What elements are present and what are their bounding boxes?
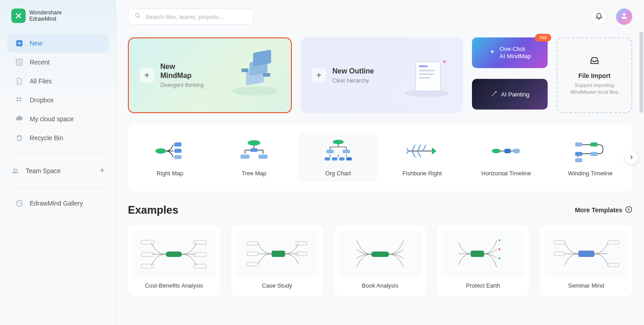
new-outline-card[interactable]: + New Outline Clear hierarchy — [301, 37, 463, 113]
svg-rect-44 — [590, 152, 598, 156]
template-label: Tree Map — [241, 170, 266, 177]
sidebar-item-label: All Files — [30, 78, 52, 85]
sidebar: Wondershare EdrawMind New Recent All Fil… — [0, 0, 116, 325]
new-mindmap-card[interactable]: + NewMindMap Divergent thinking — [128, 37, 292, 113]
svg-point-9 — [136, 14, 139, 17]
svg-point-7 — [19, 201, 20, 202]
sidebar-item-label: My cloud space — [30, 115, 73, 123]
example-book-analysis[interactable]: Book Analysis — [334, 225, 426, 296]
logo-text: Wondershare EdrawMind — [29, 9, 62, 23]
svg-rect-67 — [554, 252, 565, 256]
examples-header: Examples More Templates — [128, 204, 632, 216]
divider — [11, 154, 104, 154]
card-title: New Outline — [332, 67, 374, 76]
file-import-card[interactable]: File Import Support importing MindMaster… — [557, 37, 632, 113]
example-protect-earth[interactable]: Protect Earth — [437, 225, 529, 296]
template-tree-map[interactable]: Tree Map — [215, 133, 294, 182]
svg-rect-19 — [419, 65, 428, 67]
templates-row: Right Map Tree Map Org Chart Fishbone Ri… — [128, 124, 632, 191]
search-icon — [135, 13, 141, 21]
sidebar-item-label: Dropbox — [30, 96, 54, 104]
wand-icon — [490, 90, 498, 99]
svg-point-23 — [155, 148, 166, 154]
ai-painting-card[interactable]: AI Painting — [472, 79, 548, 110]
example-preview — [132, 230, 216, 278]
clock-icon — [15, 58, 23, 66]
card-subtitle: Divergent thinking — [160, 82, 204, 88]
sidebar-item-all-files[interactable]: All Files — [7, 72, 109, 91]
svg-point-8 — [20, 203, 21, 204]
sidebar-item-recent[interactable]: Recent — [7, 53, 109, 72]
search-box[interactable] — [128, 9, 254, 25]
example-label: Case Study — [236, 282, 319, 292]
svg-rect-56 — [247, 252, 258, 256]
template-org-chart[interactable]: Org Chart — [299, 133, 377, 182]
sidebar-item-recycle[interactable]: Recycle Bin — [7, 128, 109, 147]
template-right-map[interactable]: Right Map — [131, 133, 209, 182]
svg-rect-48 — [141, 240, 154, 244]
example-case-study[interactable]: Case Study — [231, 225, 323, 296]
svg-rect-61 — [471, 251, 484, 257]
inbox-icon — [589, 55, 600, 68]
sidebar-item-cloud[interactable]: My cloud space — [7, 110, 109, 128]
svg-rect-22 — [419, 77, 430, 78]
sidebar-item-gallery[interactable]: EdrawMind Gallery — [7, 194, 109, 213]
svg-rect-36 — [339, 157, 345, 160]
svg-point-6 — [18, 202, 18, 203]
bell-icon — [595, 12, 603, 22]
template-horizontal-timeline[interactable]: Horizontal Timeline — [467, 133, 546, 182]
app-logo[interactable]: Wondershare EdrawMind — [0, 9, 116, 34]
add-team-button[interactable]: + — [100, 166, 104, 175]
template-label: Horizontal Timeline — [481, 170, 531, 177]
mindmap-illustration — [228, 48, 282, 102]
more-templates-link[interactable]: More Templates — [575, 206, 632, 215]
svg-rect-57 — [247, 262, 258, 266]
svg-point-4 — [16, 169, 18, 170]
svg-rect-37 — [346, 157, 352, 160]
svg-point-38 — [492, 149, 501, 153]
sparkle-icon — [489, 49, 496, 57]
svg-rect-28 — [240, 155, 249, 159]
template-fishbone[interactable]: Fishbone Right — [383, 133, 462, 182]
search-input[interactable] — [145, 14, 247, 20]
main-content: + NewMindMap Divergent thinking + New Ou… — [116, 0, 644, 325]
card-subtitle: Clear hierarchy — [332, 78, 374, 84]
example-preview — [544, 230, 628, 278]
chevron-right-icon — [629, 154, 634, 162]
user-icon — [620, 12, 628, 22]
svg-rect-32 — [327, 150, 334, 153]
user-avatar[interactable] — [616, 9, 632, 25]
plus-square-icon — [15, 39, 23, 47]
notifications-button[interactable] — [591, 9, 607, 25]
svg-rect-58 — [296, 242, 307, 245]
sidebar-item-new[interactable]: New — [7, 34, 109, 53]
svg-rect-29 — [259, 155, 268, 159]
svg-rect-43 — [575, 152, 582, 156]
example-label: Seminar Mind — [544, 282, 628, 292]
template-label: Fishbone Right — [403, 170, 442, 177]
sidebar-item-label: New — [30, 40, 42, 47]
svg-rect-41 — [575, 142, 582, 146]
template-label: Org Chart — [325, 170, 351, 177]
template-winding-timeline[interactable]: Winding Timeline — [551, 133, 630, 182]
example-label: Protect Earth — [441, 282, 525, 292]
scrollbar[interactable] — [639, 32, 643, 113]
example-preview — [339, 230, 422, 278]
svg-rect-60 — [371, 252, 389, 257]
example-seminar-mind[interactable]: Seminar Mind — [540, 225, 632, 296]
ai-mindmap-card[interactable]: Hot One-Click AI MindMap — [472, 37, 548, 68]
palette-icon — [15, 199, 23, 207]
example-preview — [236, 230, 319, 278]
sidebar-item-dropbox[interactable]: Dropbox — [7, 91, 109, 110]
svg-rect-42 — [590, 142, 598, 146]
svg-rect-30 — [250, 148, 258, 152]
logo-icon — [11, 9, 26, 23]
example-cost-benefits[interactable]: Cost-Benefits Analysis — [128, 225, 220, 296]
svg-rect-34 — [325, 157, 330, 160]
svg-rect-24 — [174, 142, 181, 146]
svg-rect-16 — [263, 73, 270, 77]
svg-rect-26 — [174, 155, 181, 159]
next-templates-button[interactable] — [625, 151, 638, 164]
import-subtitle: Support importing MindMaster local files — [563, 82, 626, 96]
sidebar-team-space[interactable]: Team Space + — [0, 160, 116, 181]
